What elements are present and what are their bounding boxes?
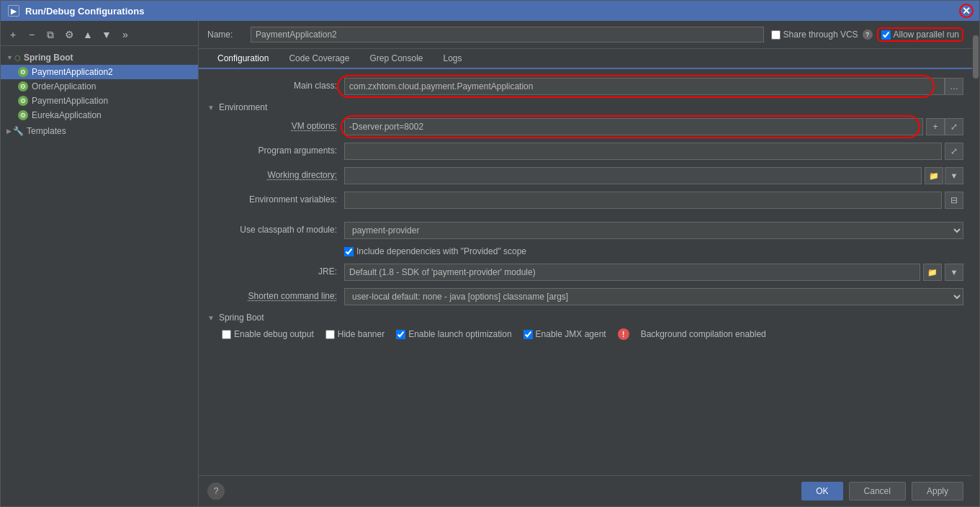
jre-select-wrapper: 📁 ▼ — [344, 264, 963, 281]
sidebar-item-label-order: OrderApplication — [32, 81, 96, 91]
spring-boot-group-header[interactable]: ▼ ⬡ Spring Boot — [1, 50, 198, 65]
enable-launch-checkbox-label[interactable]: Enable launch optimization — [396, 329, 511, 339]
env-vars-row: Environment variables: ⊟ — [207, 192, 963, 209]
hide-banner-checkbox-label[interactable]: Hide banner — [325, 329, 385, 339]
dialog-icon: ▶ — [8, 5, 19, 17]
warning-icon: ! — [618, 328, 629, 340]
add-config-button[interactable]: + — [5, 27, 21, 42]
templates-label: Templates — [27, 126, 66, 136]
sidebar-item-order[interactable]: ⊙ OrderApplication — [1, 79, 198, 94]
sidebar-item-eureka[interactable]: ⊙ EurekaApplication — [1, 108, 198, 122]
ok-button[interactable]: OK — [801, 482, 842, 501]
main-class-container: … — [344, 78, 963, 95]
jre-label: JRE: — [207, 264, 337, 277]
cancel-button[interactable]: Cancel — [849, 482, 906, 501]
working-dir-input[interactable] — [344, 167, 922, 184]
include-deps-spacer — [207, 246, 337, 249]
jre-folder-button[interactable]: 📁 — [923, 264, 942, 281]
main-class-row: Main class: … — [207, 78, 963, 95]
include-deps-checkbox-label[interactable]: Include dependencies with "Provided" sco… — [344, 246, 526, 256]
vm-options-input[interactable] — [344, 118, 923, 135]
dialog-title: Run/Debug Configurations — [25, 6, 144, 17]
include-deps-checkbox[interactable] — [344, 247, 354, 256]
sidebar-item-payment2[interactable]: ⊙ PaymentApplication2 — [1, 65, 198, 79]
share-vcs-text: Share through VCS — [783, 30, 858, 40]
sidebar-toolbar: + − ⧉ ⚙ ▲ ▼ » — [1, 24, 198, 46]
tab-configuration[interactable]: Configuration — [207, 49, 279, 69]
enable-launch-text: Enable launch optimization — [408, 329, 511, 339]
vm-options-row: VM options: + ⤢ — [207, 118, 963, 135]
help-icon[interactable]: ? — [863, 30, 873, 40]
shorten-cmd-select[interactable]: user-local default: none - java [options… — [344, 288, 963, 305]
sidebar-item-label-eureka: EurekaApplication — [32, 110, 102, 120]
spring-boot-options: Enable debug output Hide banner Enable l… — [207, 328, 963, 340]
spring-boot-icon: ⬡ — [14, 54, 21, 62]
share-vcs-checkbox[interactable] — [771, 30, 781, 40]
main-class-input[interactable] — [344, 78, 945, 95]
program-args-input[interactable] — [344, 143, 942, 160]
shorten-cmd-label: Shorten command line: — [207, 288, 337, 301]
program-args-expand-button[interactable]: ⤢ — [945, 143, 963, 160]
app-icon-order: ⊙ — [18, 81, 28, 91]
share-vcs-label[interactable]: Share through VCS — [771, 30, 858, 40]
environment-expand-icon: ▼ — [207, 104, 215, 112]
include-deps-row: Include dependencies with "Provided" sco… — [207, 246, 963, 256]
app-icon-payment2: ⊙ — [18, 67, 28, 77]
spring-boot-section-label: Spring Boot — [219, 313, 264, 323]
enable-jmx-checkbox-label[interactable]: Enable JMX agent — [523, 329, 606, 339]
hide-banner-checkbox[interactable] — [325, 330, 335, 339]
vm-options-expand-button[interactable]: ⤢ — [945, 118, 963, 135]
working-dir-row: Working directory: 📁 ▼ — [207, 167, 963, 184]
shorten-cmd-row: Shorten command line: user-local default… — [207, 288, 963, 305]
name-input[interactable] — [251, 27, 764, 42]
move-down-button[interactable]: ▼ — [99, 27, 114, 42]
copy-config-button[interactable]: ⧉ — [42, 27, 58, 42]
close-button[interactable]: ✕ — [959, 4, 974, 18]
spring-boot-label: Spring Boot — [24, 53, 73, 63]
tab-logs[interactable]: Logs — [433, 49, 472, 69]
program-args-label: Program arguments: — [207, 143, 337, 156]
enable-jmx-text: Enable JMX agent — [536, 329, 606, 339]
classpath-select[interactable]: payment-provider — [344, 222, 963, 239]
sidebar-templates[interactable]: ▶ 🔧 Templates — [1, 124, 198, 138]
apply-button[interactable]: Apply — [912, 482, 963, 501]
program-args-row: Program arguments: ⤢ — [207, 143, 963, 160]
environment-section-header[interactable]: ▼ Environment — [207, 102, 963, 112]
bottom-left: ? — [207, 483, 225, 500]
working-dir-dropdown-button[interactable]: ▼ — [945, 167, 963, 184]
more-button[interactable]: » — [117, 27, 133, 42]
remove-config-button[interactable]: − — [24, 27, 40, 42]
jre-dropdown-button[interactable]: ▼ — [945, 264, 963, 281]
vm-options-add-button[interactable]: + — [926, 118, 945, 135]
allow-parallel-checkbox[interactable] — [881, 30, 891, 40]
sidebar-item-label-payment: PaymentApplication — [32, 96, 108, 106]
vertical-scrollbar[interactable] — [972, 21, 979, 506]
move-up-button[interactable]: ▲ — [80, 27, 96, 42]
scrollbar-thumb — [973, 35, 979, 78]
spring-boot-section-header[interactable]: ▼ Spring Boot — [207, 313, 963, 323]
working-dir-folder-button[interactable]: 📁 — [925, 167, 943, 184]
run-debug-dialog: ▶ Run/Debug Configurations ✕ + − ⧉ ⚙ ▲ ▼… — [0, 0, 980, 507]
help-button[interactable]: ? — [207, 483, 225, 500]
app-icon-eureka: ⊙ — [18, 110, 28, 120]
enable-launch-checkbox[interactable] — [396, 330, 405, 339]
share-group: Share through VCS ? Allow parallel run — [771, 27, 963, 42]
env-vars-edit-button[interactable]: ⊟ — [945, 192, 963, 209]
allow-parallel-label[interactable]: Allow parallel run — [881, 30, 959, 40]
main-class-browse-button[interactable]: … — [945, 78, 963, 95]
env-vars-input[interactable] — [344, 192, 942, 209]
tabs-bar: Configuration Code Coverage Grep Console… — [199, 49, 972, 69]
jre-input[interactable] — [344, 264, 920, 281]
settings-button[interactable]: ⚙ — [61, 27, 77, 42]
sidebar-item-payment[interactable]: ⊙ PaymentApplication — [1, 94, 198, 108]
enable-debug-text: Enable debug output — [234, 329, 314, 339]
tab-grep-console[interactable]: Grep Console — [359, 49, 433, 69]
enable-jmx-checkbox[interactable] — [523, 330, 533, 339]
name-label: Name: — [207, 30, 243, 40]
tab-code-coverage[interactable]: Code Coverage — [279, 49, 359, 69]
hide-banner-text: Hide banner — [338, 329, 385, 339]
enable-debug-checkbox-label[interactable]: Enable debug output — [222, 329, 314, 339]
enable-debug-checkbox[interactable] — [222, 330, 231, 339]
jre-row: JRE: 📁 ▼ — [207, 264, 963, 281]
main-class-input-wrapper: … — [344, 78, 963, 95]
